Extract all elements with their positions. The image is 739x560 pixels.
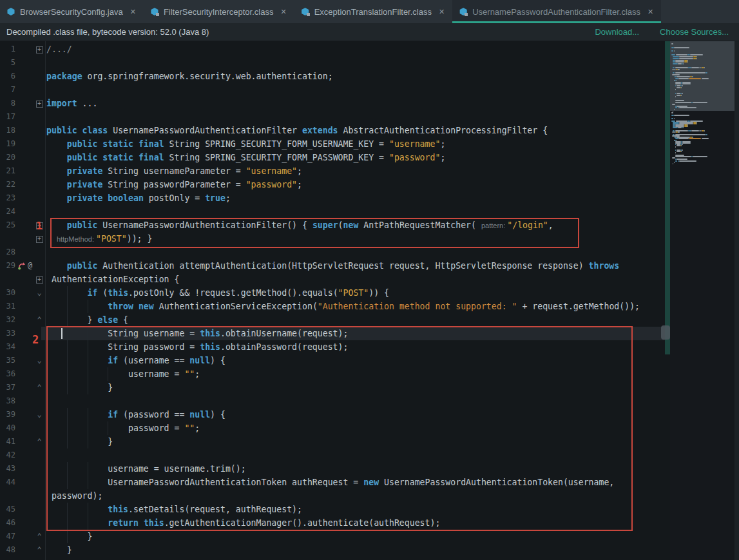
code-line[interactable]: 28 [0,246,665,259]
fold-expand-icon[interactable]: + [35,43,44,56]
tab-ExceptionTranslationFilter.class[interactable]: ExceptionTranslationFilter.class✕ [294,0,453,23]
fold-region-icon[interactable]: ⌄ [35,354,44,367]
line-number[interactable]: 18 [0,124,15,137]
fold-expand-icon[interactable]: + [35,273,44,286]
minimap[interactable] [670,41,734,560]
line-number[interactable]: 38 [0,394,15,408]
line-number[interactable]: 1 [0,43,15,56]
code-line[interactable]: 36 username = ""; [0,367,665,381]
line-number[interactable]: 37 [0,381,15,394]
code-line[interactable]: 44 UsernamePasswordAuthenticationToken a… [0,476,665,489]
code-line[interactable]: 40 password = ""; [0,421,665,435]
close-tab-icon[interactable]: ✕ [648,8,653,16]
line-number[interactable]: 21 [0,164,15,178]
code-line[interactable]: 31 throw new AuthenticationServiceExcept… [0,300,665,313]
line-number[interactable]: 45 [0,503,15,516]
code-line[interactable]: 5 [0,56,665,70]
line-number[interactable]: 17 [0,110,15,124]
tab-BrowserSecurityConfig.java[interactable]: BrowserSecurityConfig.java✕ [0,0,144,23]
line-number[interactable]: 24 [0,205,15,218]
code-line[interactable]: + AuthenticationException { [0,273,665,286]
line-number[interactable]: 44 [0,476,15,489]
fold-expand-icon[interactable]: + [35,218,44,232]
code-line[interactable]: 22 private String passwordParameter = "p… [0,178,665,191]
line-number[interactable]: 32 [0,313,15,327]
code-line[interactable]: 48⌃ } [0,543,665,557]
fold-region-icon[interactable]: ⌃ [35,435,44,449]
fold-region-icon[interactable]: ⌃ [35,381,44,394]
fold-region-icon[interactable]: ⌄ [35,408,44,421]
fold-region-icon[interactable]: ⌄ [35,286,44,300]
line-number[interactable]: 35 [0,354,15,367]
line-number[interactable]: 41 [0,435,15,449]
code-line[interactable]: 35⌄ if (username == null) { [0,354,665,367]
fold-region-icon[interactable]: ⌃ [35,530,44,543]
fold-region-icon[interactable]: ⌃ [35,313,44,327]
code-line[interactable]: 17 [0,110,665,124]
close-tab-icon[interactable]: ✕ [439,8,445,16]
code-line[interactable]: 34 String password = this.obtainPassword… [0,340,665,354]
code-line[interactable]: 38 [0,394,665,408]
code-line[interactable]: 29@ public Authentication attemptAuthent… [0,259,665,273]
line-number[interactable]: 22 [0,178,15,191]
line-number[interactable]: 28 [0,246,15,259]
line-number[interactable]: 25 [0,218,15,232]
code-line[interactable]: 37⌃ } [0,381,665,394]
download-link[interactable]: Download... [595,27,639,37]
line-number[interactable]: 43 [0,462,15,476]
line-number[interactable]: 47 [0,530,15,543]
tab-UsernamePasswordAuthenticationFilter.class[interactable]: UsernamePasswordAuthenticationFilter.cla… [452,0,661,23]
scrollbar-thumb[interactable] [661,325,670,340]
code-line[interactable]: 41⌃ } [0,435,665,449]
fold-region-icon[interactable]: ⌃ [35,543,44,557]
code-line[interactable]: 19 public static final String SPRING_SEC… [0,137,665,151]
code-line[interactable]: password); [0,489,665,503]
line-number[interactable]: 42 [0,449,15,462]
line-number[interactable]: 33 [0,327,15,340]
code-line[interactable]: 42 [0,449,665,462]
line-number[interactable]: 29 [0,259,15,273]
code-editor[interactable]: 1+/.../56package org.springframework.sec… [0,41,665,560]
line-number[interactable]: 23 [0,191,15,205]
line-number[interactable]: 8 [0,97,15,110]
line-number[interactable]: 20 [0,151,15,164]
line-number[interactable]: 34 [0,340,15,354]
line-number[interactable]: 40 [0,421,15,435]
code-line[interactable]: 20 public static final String SPRING_SEC… [0,151,665,164]
code-line[interactable]: 33 String username = this.obtainUsername… [0,327,665,340]
code-line[interactable]: 23 private boolean postOnly = true; [0,191,665,205]
code-line[interactable]: 39⌄ if (password == null) { [0,408,665,421]
line-number[interactable]: 36 [0,367,15,381]
code-line[interactable]: 21 private String usernameParameter = "u… [0,164,665,178]
line-number[interactable]: 48 [0,543,15,557]
code-line[interactable]: 18public class UsernamePasswordAuthentic… [0,124,665,137]
code-line[interactable]: 47⌃ } [0,530,665,543]
code-line[interactable]: 46 return this.getAuthenticationManager(… [0,516,665,530]
code-line[interactable]: 32⌃ } else { [0,313,665,327]
line-number[interactable]: 30 [0,286,15,300]
scrollbar-track[interactable] [665,41,670,354]
line-number[interactable]: 31 [0,300,15,313]
choose-sources-link[interactable]: Choose Sources... [660,27,729,37]
code-line[interactable]: 24 [0,205,665,218]
line-number[interactable]: 7 [0,83,15,97]
tab-FilterSecurityInterceptor.class[interactable]: FilterSecurityInterceptor.class✕ [144,0,294,23]
line-number[interactable]: 6 [0,70,15,83]
code-line[interactable]: 25+ public UsernamePasswordAuthenticatio… [0,218,665,232]
code-line[interactable]: 45 this.setDetails(request, authRequest)… [0,503,665,516]
code-line[interactable]: 1+/.../ [0,43,665,56]
code-line[interactable]: 6package org.springframework.security.we… [0,70,665,83]
code-line[interactable]: 7 [0,83,665,97]
close-tab-icon[interactable]: ✕ [280,8,286,16]
override-method-icon[interactable] [17,262,26,270]
code-line[interactable]: 43 username = username.trim(); [0,462,665,476]
fold-expand-icon[interactable]: + [35,97,44,110]
close-tab-icon[interactable]: ✕ [130,8,136,16]
code-line[interactable]: + httpMethod: "POST")); } [0,232,665,246]
line-number[interactable]: 19 [0,137,15,151]
line-number[interactable]: 39 [0,408,15,421]
line-number[interactable]: 46 [0,516,15,530]
code-line[interactable]: 8+import ... [0,97,665,110]
fold-expand-icon[interactable]: + [35,232,44,246]
line-number[interactable]: 5 [0,56,15,70]
